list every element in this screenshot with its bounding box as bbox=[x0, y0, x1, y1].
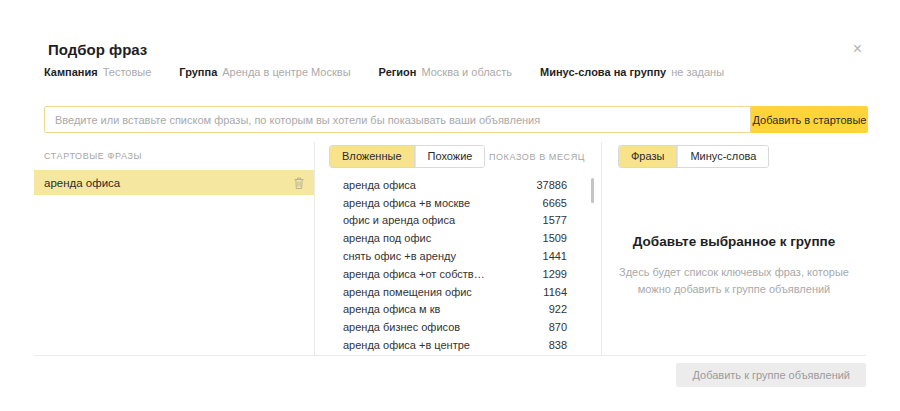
suggestion-phrase: аренда офиса +от собств… bbox=[343, 268, 485, 280]
suggestion-shows: 1577 bbox=[543, 214, 567, 226]
suggestions-panel: Вложенные Похожие Показов в месяц аренда… bbox=[314, 142, 602, 355]
selection-panel: Фразы Минус-слова Добавьте выбранное к г… bbox=[602, 142, 866, 355]
suggestion-row[interactable]: аренда офиса м кв 922 bbox=[315, 301, 601, 319]
main-content: Стартовые фразы аренда офиса Вложенные П… bbox=[34, 142, 866, 355]
suggestion-phrase: аренда офиса +в центре bbox=[343, 339, 470, 351]
breadcrumb-value: Аренда в центре Москвы bbox=[222, 66, 350, 78]
suggestion-row[interactable]: аренда офиса 37886 bbox=[315, 176, 601, 194]
suggestion-shows: 1164 bbox=[543, 286, 567, 298]
add-to-ad-group-button[interactable]: Добавить к группе объявлений bbox=[676, 363, 866, 387]
breadcrumb-label: Группа bbox=[179, 66, 217, 78]
suggestion-phrase: аренда офиса м кв bbox=[343, 303, 440, 315]
trash-icon[interactable] bbox=[294, 177, 304, 189]
suggestion-phrase: аренда офиса bbox=[343, 179, 416, 191]
suggestion-row[interactable]: аренда под офис 1509 bbox=[315, 229, 601, 247]
selection-tab-group: Фразы Минус-слова bbox=[618, 145, 769, 168]
suggestion-phrase: аренда бизнес офисов bbox=[343, 321, 460, 333]
suggestion-shows: 1299 bbox=[543, 268, 567, 280]
breadcrumb-value: Москва и область bbox=[421, 66, 512, 78]
suggestion-phrase: снять офис +в аренду bbox=[343, 250, 456, 262]
breadcrumb-item[interactable]: КампанияТестовые bbox=[44, 66, 151, 78]
suggestion-row[interactable]: снять офис +в аренду 1441 bbox=[315, 247, 601, 265]
suggestion-phrase: аренда офиса +в москве bbox=[343, 197, 470, 209]
keyword-picker-modal: Подбор фраз × КампанияТестовыеГруппаАрен… bbox=[0, 0, 900, 411]
suggestion-row[interactable]: аренда офиса +от собств… 1299 bbox=[315, 265, 601, 283]
breadcrumb-label: Регион bbox=[379, 66, 417, 78]
tab-nested[interactable]: Вложенные bbox=[330, 146, 415, 167]
selection-empty-state: Добавьте выбранное к группе Здесь будет … bbox=[602, 234, 866, 297]
breadcrumb-label: Кампания bbox=[44, 66, 98, 78]
suggestions-rows: аренда офиса 37886 аренда офиса +в москв… bbox=[315, 176, 601, 354]
close-icon[interactable]: × bbox=[853, 41, 862, 57]
breadcrumb-label: Минус-слова на группу bbox=[540, 66, 666, 78]
breadcrumb: КампанияТестовыеГруппаАренда в центре Мо… bbox=[44, 66, 724, 78]
suggestion-row[interactable]: офис и аренда офиса 1577 bbox=[315, 212, 601, 230]
breadcrumb-item[interactable]: Минус-слова на группуне заданы bbox=[540, 66, 724, 78]
starting-phrase-text: аренда офиса bbox=[44, 177, 120, 189]
suggestion-row[interactable]: аренда бизнес офисов 870 bbox=[315, 318, 601, 336]
starting-phrases-header: Стартовые фразы bbox=[34, 142, 314, 170]
suggestion-shows: 6665 bbox=[543, 197, 567, 209]
suggestions-list: аренда офиса 37886 аренда офиса +в москв… bbox=[315, 176, 601, 354]
selection-tabs-row: Фразы Минус-слова bbox=[602, 142, 866, 168]
suggestion-shows: 1509 bbox=[543, 232, 567, 244]
breadcrumb-value: не заданы bbox=[671, 66, 724, 78]
suggestion-phrase: аренда помещения офис bbox=[343, 286, 472, 298]
breadcrumb-value: Тестовые bbox=[103, 66, 152, 78]
starting-phrase-item[interactable]: аренда офиса bbox=[34, 170, 314, 195]
suggestion-shows: 1441 bbox=[543, 250, 567, 262]
add-to-starting-button[interactable]: Добавить в стартовые bbox=[751, 106, 868, 133]
suggestion-row[interactable]: аренда помещения офис 1164 bbox=[315, 283, 601, 301]
suggestion-shows: 922 bbox=[549, 303, 567, 315]
phrase-input[interactable] bbox=[44, 106, 751, 133]
tab-phrases[interactable]: Фразы bbox=[619, 146, 677, 167]
empty-state-title: Добавьте выбранное к группе bbox=[616, 234, 852, 249]
suggestion-phrase: аренда под офис bbox=[343, 232, 431, 244]
suggestion-shows: 37886 bbox=[536, 179, 567, 191]
starting-phrases-panel: Стартовые фразы аренда офиса bbox=[34, 142, 314, 355]
breadcrumb-item[interactable]: ГруппаАренда в центре Москвы bbox=[179, 66, 350, 78]
breadcrumb-item[interactable]: РегионМосква и область bbox=[379, 66, 512, 78]
empty-state-text: Здесь будет список ключевых фраз, которы… bbox=[616, 264, 852, 297]
suggestion-shows: 870 bbox=[549, 321, 567, 333]
scrollbar-thumb[interactable] bbox=[591, 178, 594, 203]
tab-similar[interactable]: Похожие bbox=[415, 146, 485, 167]
shows-per-month-header: Показов в месяц bbox=[489, 152, 585, 162]
modal-footer: Добавить к группе объявлений bbox=[0, 355, 900, 411]
suggestions-tabs-row: Вложенные Похожие Показов в месяц bbox=[315, 142, 601, 168]
suggestion-phrase: офис и аренда офиса bbox=[343, 214, 455, 226]
phrase-entry-row: Добавить в стартовые bbox=[44, 106, 868, 133]
tab-minus-words[interactable]: Минус-слова bbox=[677, 146, 768, 167]
suggestion-row[interactable]: аренда офиса +в москве 6665 bbox=[315, 194, 601, 212]
suggestion-shows: 838 bbox=[549, 339, 567, 351]
footer-divider bbox=[34, 355, 866, 356]
suggestion-row[interactable]: аренда офиса +в центре 838 bbox=[315, 336, 601, 354]
page-title: Подбор фраз bbox=[48, 41, 147, 58]
suggestions-tab-group: Вложенные Похожие bbox=[329, 145, 485, 168]
